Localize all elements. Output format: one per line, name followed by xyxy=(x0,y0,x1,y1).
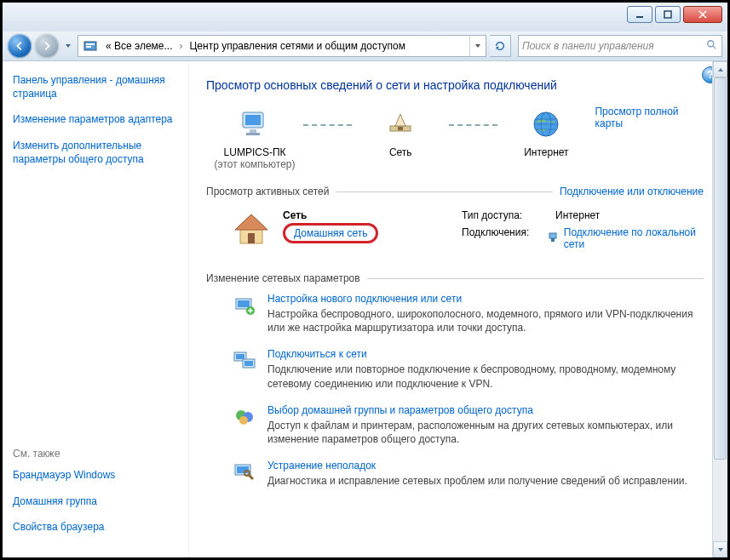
breadcrumb-item[interactable]: « Все элеме... xyxy=(102,36,175,56)
navbar: « Все элеме... › Центр управления сетями… xyxy=(3,31,727,61)
home-network-icon xyxy=(232,209,271,249)
network-details: Тип доступа: Интернет Подключения: Подкл… xyxy=(462,209,704,250)
globe-icon xyxy=(527,106,565,143)
option-title: Устранение неполадок xyxy=(267,460,687,471)
new-connection-icon xyxy=(232,293,257,318)
search-placeholder: Поиск в панели управления xyxy=(522,40,654,52)
svg-rect-7 xyxy=(245,115,261,125)
control-panel-icon xyxy=(82,37,99,54)
option-title: Подключиться к сети xyxy=(267,348,704,360)
body: Панель управления - домашняя страница Из… xyxy=(3,61,727,557)
option-desc: Настройка беспроводного, широкополосного… xyxy=(267,307,704,334)
active-networks-section: Просмотр активных сетей Подключение или … xyxy=(206,186,704,197)
svg-rect-0 xyxy=(636,16,643,18)
address-dropdown[interactable] xyxy=(469,36,486,56)
option-troubleshoot[interactable]: Устранение неполадокДиагностика и исправ… xyxy=(232,460,704,488)
option-title: Выбор домашней группы и параметров общег… xyxy=(267,404,704,416)
change-settings-section: Изменение сетевых параметров xyxy=(206,272,704,284)
forward-button[interactable] xyxy=(35,34,59,58)
network-info: Сеть Домашняя сеть xyxy=(283,209,445,243)
svg-rect-22 xyxy=(236,354,244,359)
back-button[interactable] xyxy=(8,34,32,58)
homegroup-icon xyxy=(232,404,257,430)
troubleshoot-icon xyxy=(232,460,257,485)
change-settings-label: Изменение сетевых параметров xyxy=(206,272,360,284)
svg-rect-15 xyxy=(248,233,255,243)
option-title: Настройка нового подключения или сети xyxy=(267,293,704,305)
sidebar-homegroup-link[interactable]: Домашняя группа xyxy=(13,494,178,508)
map-internet-label: Интернет xyxy=(524,146,568,158)
option-desc: Доступ к файлам и принтерам, расположенн… xyxy=(267,419,704,446)
map-network: Сеть xyxy=(352,106,449,158)
sidebar-sharing-link[interactable]: Изменить дополнительные параметры общего… xyxy=(13,139,178,166)
active-networks-label: Просмотр активных сетей xyxy=(206,186,329,197)
refresh-button[interactable] xyxy=(490,35,511,57)
history-dropdown[interactable] xyxy=(62,37,74,55)
sidebar-adapter-link[interactable]: Изменение параметров адаптера xyxy=(13,112,178,126)
map-net-label: Сеть xyxy=(389,146,412,158)
network-map: LUMPICS-ПК (этот компьютер) Сеть Интерне… xyxy=(206,106,704,170)
option-desc: Подключение или повторное подключение к … xyxy=(267,363,704,390)
svg-rect-11 xyxy=(398,127,403,130)
access-type-value: Интернет xyxy=(555,209,600,221)
network-type-link[interactable]: Домашняя сеть xyxy=(294,227,367,239)
svg-rect-4 xyxy=(86,46,91,48)
svg-rect-19 xyxy=(238,300,250,307)
address-bar[interactable]: « Все элеме... › Центр управления сетями… xyxy=(78,35,486,57)
search-input[interactable]: Поиск в панели управления xyxy=(518,35,722,57)
maximize-button[interactable] xyxy=(655,6,681,23)
connect-network-icon xyxy=(232,348,257,374)
search-icon xyxy=(706,39,718,54)
active-network-row: Сеть Домашняя сеть Тип доступа: Интернет… xyxy=(206,206,704,257)
sidebar-browser-link[interactable]: Свойства браузера xyxy=(13,520,178,534)
scroll-thumb[interactable] xyxy=(714,77,727,460)
sidebar-home-link[interactable]: Панель управления - домашняя страница xyxy=(13,73,178,100)
svg-rect-9 xyxy=(246,133,260,135)
map-internet: Интернет xyxy=(497,106,595,158)
option-connect-network[interactable]: Подключиться к сетиПодключение или повто… xyxy=(232,348,704,390)
main-content: ? Просмотр основных сведений о сети и на… xyxy=(188,61,727,557)
close-button[interactable] xyxy=(683,6,722,23)
access-type-label: Тип доступа: xyxy=(462,209,555,221)
titlebar xyxy=(3,3,727,31)
computer-icon xyxy=(236,106,273,143)
svg-rect-29 xyxy=(237,466,249,473)
sidebar-firewall-link[interactable]: Брандмауэр Windows xyxy=(13,468,178,482)
full-map-link[interactable]: Просмотр полной карты xyxy=(595,106,704,129)
scroll-up-button[interactable] xyxy=(713,61,727,77)
connect-disconnect-link[interactable]: Подключение или отключение xyxy=(560,186,704,197)
minimize-button[interactable] xyxy=(627,6,652,23)
svg-rect-16 xyxy=(549,233,556,238)
map-this-pc: LUMPICS-ПК (этот компьютер) xyxy=(206,106,303,170)
svg-rect-17 xyxy=(551,238,555,242)
sidebar: Панель управления - домашняя страница Из… xyxy=(3,61,188,557)
map-pc-label: LUMPICS-ПК xyxy=(224,146,286,158)
lan-icon xyxy=(547,231,559,246)
network-icon xyxy=(382,106,419,143)
breadcrumb-sep: › xyxy=(175,36,186,56)
connection-link[interactable]: Подключение по локальной сети xyxy=(564,226,704,250)
scroll-down-button[interactable] xyxy=(713,541,727,557)
window: « Все элеме... › Центр управления сетями… xyxy=(0,0,730,560)
network-type-highlight: Домашняя сеть xyxy=(283,223,378,243)
svg-point-27 xyxy=(239,416,248,425)
svg-point-5 xyxy=(708,40,714,46)
network-name: Сеть xyxy=(283,209,445,221)
option-new-connection[interactable]: Настройка нового подключения или сетиНас… xyxy=(232,293,704,334)
option-desc: Диагностика и исправление сетевых пробле… xyxy=(267,474,687,488)
svg-rect-24 xyxy=(244,361,253,366)
scroll-track[interactable] xyxy=(713,77,727,541)
svg-rect-8 xyxy=(250,129,256,133)
map-pc-sublabel: (этот компьютер) xyxy=(215,158,296,170)
svg-rect-1 xyxy=(664,11,671,18)
breadcrumb-item[interactable]: Центр управления сетями и общим доступом xyxy=(186,36,409,56)
page-heading: Просмотр основных сведений о сети и наст… xyxy=(206,78,704,92)
option-homegroup[interactable]: Выбор домашней группы и параметров общег… xyxy=(232,404,704,446)
scrollbar[interactable] xyxy=(712,61,727,557)
svg-rect-3 xyxy=(86,43,95,45)
map-line xyxy=(303,124,352,126)
options-list: Настройка нового подключения или сетиНас… xyxy=(206,293,704,488)
see-also-label: См. также xyxy=(13,448,178,460)
map-line xyxy=(449,124,497,126)
connections-label: Подключения: xyxy=(462,226,547,250)
